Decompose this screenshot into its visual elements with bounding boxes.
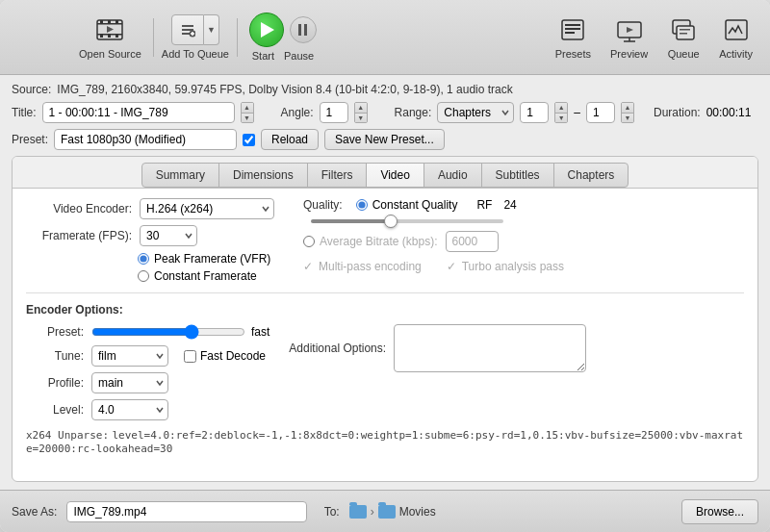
- quality-slider[interactable]: [311, 219, 503, 223]
- preview-button[interactable]: Preview: [603, 11, 655, 63]
- additional-options-textarea[interactable]: [394, 324, 586, 372]
- range-to-up[interactable]: ▲: [622, 103, 633, 114]
- video-encoder-select[interactable]: H.264 (x264): [140, 198, 274, 219]
- angle-stepper[interactable]: ▲ ▼: [354, 102, 368, 123]
- encoder-preset-slider[interactable]: [91, 324, 245, 340]
- queue-button[interactable]: Queue: [659, 11, 707, 63]
- multipass-check: ✓: [303, 260, 313, 273]
- constant-quality-radio[interactable]: [356, 199, 368, 211]
- constant-framerate-option[interactable]: Constant Framerate: [138, 269, 274, 283]
- angle-stepper-up[interactable]: ▲: [355, 103, 367, 114]
- source-label: Source:: [12, 83, 51, 96]
- activity-button[interactable]: Activity: [711, 11, 760, 63]
- browse-button[interactable]: Browse...: [681, 499, 758, 524]
- additional-options-row: Additional Options:: [289, 324, 586, 372]
- queue-icon: [668, 14, 699, 45]
- open-source-button[interactable]: Open Source: [71, 11, 149, 63]
- avg-bitrate-label: Average Bitrate (kbps):: [320, 235, 438, 248]
- angle-stepper-down[interactable]: ▼: [355, 114, 367, 123]
- x264-label: x264 Unparse:: [26, 429, 109, 442]
- slider-thumb: [384, 215, 398, 228]
- encoder-options-left: Preset: fast Tune: film: [26, 324, 270, 420]
- peak-framerate-option[interactable]: Peak Framerate (VFR): [138, 252, 274, 266]
- range-to-down[interactable]: ▼: [622, 114, 633, 123]
- title-stepper[interactable]: ▲ ▼: [241, 102, 254, 123]
- add-to-queue-label: Add To Queue: [162, 48, 229, 60]
- start-pause-group: Start Pause: [242, 9, 324, 65]
- start-pause-buttons: [249, 13, 317, 47]
- multipass-label: Multi-pass encoding: [319, 260, 422, 273]
- framerate-label: Framerate (FPS):: [26, 229, 132, 242]
- presets-button[interactable]: Presets: [548, 11, 599, 63]
- range-to-input[interactable]: [586, 102, 615, 123]
- reload-button[interactable]: Reload: [261, 129, 319, 150]
- to-label: To:: [324, 505, 340, 519]
- avg-bitrate-radio[interactable]: [303, 236, 315, 247]
- framerate-select[interactable]: 30: [140, 225, 197, 246]
- duration-label: Duration:: [654, 106, 701, 119]
- pause-button[interactable]: [290, 16, 317, 43]
- tab-video[interactable]: Video: [366, 163, 424, 188]
- encoder-quality-row: Video Encoder: H.264 (x264) Framerate (F…: [26, 198, 744, 283]
- preset-checkbox[interactable]: [243, 134, 255, 146]
- title-stepper-down[interactable]: ▼: [242, 114, 253, 123]
- add-to-queue-button[interactable]: [171, 14, 204, 45]
- svg-marker-24: [627, 27, 633, 33]
- tab-subtitles[interactable]: Subtitles: [481, 163, 554, 188]
- start-pause-labels: Start Pause: [252, 50, 314, 62]
- pause-bar-2: [304, 24, 307, 36]
- folder-icon-2: [378, 505, 396, 519]
- level-select[interactable]: 4.0: [91, 399, 168, 420]
- range-select[interactable]: Chapters: [437, 102, 514, 123]
- peak-framerate-radio[interactable]: [138, 253, 149, 265]
- preset-input[interactable]: [54, 129, 237, 150]
- start-button[interactable]: [249, 13, 284, 47]
- svg-rect-7: [108, 35, 111, 38]
- tune-select[interactable]: film: [91, 345, 168, 367]
- profile-select[interactable]: main: [91, 372, 168, 393]
- avg-bitrate-input[interactable]: [446, 231, 499, 252]
- title-row: Title: ▲ ▼ Angle: ▲ ▼ Range: Chapters ▲ …: [12, 102, 758, 123]
- turbo-label: Turbo analysis pass: [462, 260, 564, 273]
- constant-quality-option[interactable]: Constant Quality: [356, 198, 458, 212]
- constant-framerate-radio[interactable]: [138, 270, 149, 282]
- tabs-bar: Summary Dimensions Filters Video Audio S…: [13, 157, 757, 189]
- add-to-queue-dropdown[interactable]: ▼: [204, 14, 219, 45]
- avg-bitrate-option[interactable]: Average Bitrate (kbps):: [303, 235, 438, 248]
- constant-quality-label: Constant Quality: [372, 198, 458, 212]
- save-as-input[interactable]: [66, 501, 306, 522]
- main-window: Open Source: [0, 0, 770, 532]
- fast-decode-label[interactable]: Fast Decode: [184, 349, 266, 363]
- tab-filters[interactable]: Filters: [307, 163, 368, 188]
- range-from-stepper[interactable]: ▲ ▼: [554, 102, 568, 123]
- fast-decode-checkbox[interactable]: [184, 350, 196, 363]
- range-from-up[interactable]: ▲: [555, 103, 567, 114]
- x264-value: level=4.0:ref=2:deblock=-1,-1:8x8dct=0:w…: [26, 429, 743, 455]
- tab-dimensions[interactable]: Dimensions: [218, 163, 308, 188]
- arrow-icon: ›: [371, 505, 374, 519]
- range-from-down[interactable]: ▼: [555, 114, 567, 123]
- range-from-input[interactable]: [520, 102, 549, 123]
- tune-row: Tune: film Fast Decode: [26, 345, 270, 367]
- title-input[interactable]: [42, 102, 235, 123]
- tab-summary[interactable]: Summary: [141, 163, 219, 188]
- range-label: Range:: [395, 106, 432, 119]
- bottom-bar: Save As: To: › Movies Browse...: [0, 490, 770, 532]
- save-new-preset-button[interactable]: Save New Preset...: [324, 129, 445, 150]
- svg-rect-3: [100, 20, 103, 23]
- range-to-stepper[interactable]: ▲ ▼: [621, 102, 634, 123]
- source-value: IMG_789, 2160x3840, 59.9745 FPS, Dolby V…: [57, 83, 512, 96]
- folder-name: Movies: [399, 505, 436, 519]
- video-encoder-row: Video Encoder: H.264 (x264): [26, 198, 274, 219]
- encoder-options-label: Encoder Options:: [26, 303, 123, 317]
- additional-options-label: Additional Options:: [289, 342, 386, 355]
- save-as-label: Save As:: [12, 505, 57, 519]
- preview-icon: [614, 14, 645, 45]
- title-stepper-up[interactable]: ▲: [242, 103, 253, 114]
- tab-audio[interactable]: Audio: [424, 163, 482, 188]
- angle-input[interactable]: [320, 102, 348, 123]
- encoder-preset-slider-group: fast: [91, 324, 270, 340]
- tab-chapters[interactable]: Chapters: [553, 163, 629, 188]
- toolbar: Open Source: [71, 9, 760, 65]
- separator-1: [153, 18, 154, 57]
